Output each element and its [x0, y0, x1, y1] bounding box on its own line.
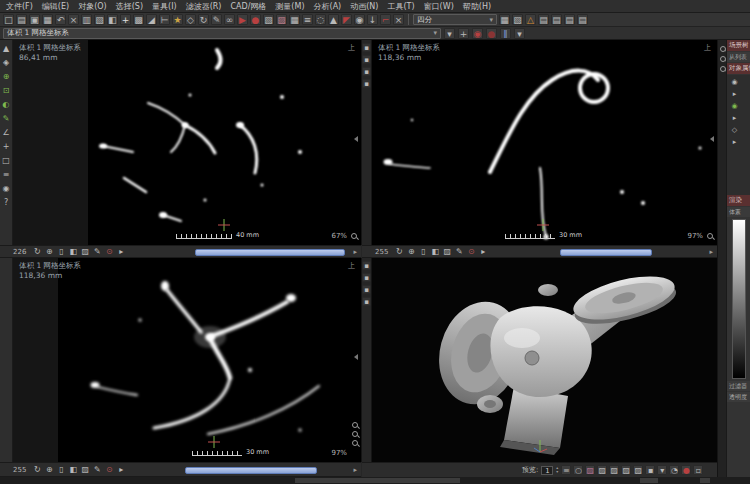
help-icon[interactable]: ?	[1, 198, 11, 208]
angle-tool-icon[interactable]: ∠	[1, 128, 11, 138]
preview-stepper[interactable]: ▴▾	[556, 466, 558, 474]
seg-3-icon[interactable]: ▨	[609, 465, 619, 475]
target-icon[interactable]: ⊕	[44, 247, 54, 257]
slice-scrollbar[interactable]	[560, 249, 652, 256]
half-tone-icon[interactable]: ◧	[68, 247, 78, 257]
menu-item-8[interactable]: 分析(A)	[314, 1, 342, 12]
record-red-dim-icon[interactable]: ●	[486, 28, 497, 39]
menu-item-3[interactable]: 选择(S)	[116, 1, 143, 12]
viewport-top-right[interactable]: 30 mm 上 体积 1 网格坐标系 118,36 mm 97%	[372, 40, 717, 245]
clipping-box-icon[interactable]: ▩	[133, 14, 144, 25]
tree-node-icon[interactable]: ▸	[730, 90, 739, 99]
gear-icon[interactable]: ◉	[354, 14, 365, 25]
viewport-bottom-left[interactable]: 30 mm 上 体积 1 网格坐标系 118,36 mm 97%	[13, 258, 361, 462]
lasso-tool-icon[interactable]: ◌	[315, 14, 326, 25]
layer-list-icon[interactable]: ≡	[561, 465, 571, 475]
slice-canvas-top-left[interactable]: 40 mm 上	[88, 40, 361, 245]
target-icon[interactable]: ⊕	[44, 465, 54, 475]
red-marker-icon[interactable]: ◤	[341, 14, 352, 25]
undo-icon[interactable]: ↶	[55, 14, 66, 25]
slice-scrollbar[interactable]	[195, 249, 345, 256]
report-2-icon[interactable]: ▤	[551, 14, 562, 25]
viewport-divider-top[interactable]: ▪▪▪▪	[361, 40, 372, 245]
annotation-icon[interactable]: ◇	[185, 14, 196, 25]
red-dot-icon[interactable]: ⊙	[466, 247, 476, 257]
divider-handle-3-icon[interactable]: ▪	[362, 67, 371, 76]
half-tone-icon[interactable]: ◧	[430, 247, 440, 257]
tree-eye-icon[interactable]: ◉	[730, 78, 739, 87]
divider-handle-1-icon[interactable]: ▪	[362, 261, 371, 270]
taskbar-item[interactable]	[295, 478, 460, 483]
save-icon[interactable]: ▣	[29, 14, 40, 25]
tree-item2-icon[interactable]: ▸	[730, 138, 739, 147]
more-tools-icon[interactable]: ▸	[116, 247, 126, 257]
voxel-row[interactable]: 体素	[727, 207, 750, 217]
register-object-icon[interactable]: ◧	[107, 14, 118, 25]
ghost-box-icon[interactable]: ▫	[693, 465, 703, 475]
report-4-icon[interactable]: ▤	[577, 14, 588, 25]
red-dot-icon[interactable]: ⊙	[104, 465, 114, 475]
menu-item-1[interactable]: 编辑(E)	[42, 1, 69, 12]
taskbar-item[interactable]	[640, 478, 658, 483]
os-taskbar[interactable]	[0, 477, 750, 484]
add-object-icon[interactable]: +	[120, 14, 131, 25]
segmentation-icon[interactable]: ▨	[276, 14, 287, 25]
save-all-icon[interactable]: ▦	[42, 14, 53, 25]
menu-item-7[interactable]: 测量(M)	[275, 1, 304, 12]
menu-item-12[interactable]: 帮助(H)	[463, 1, 491, 12]
more-tools-icon[interactable]: ▸	[116, 465, 126, 475]
copy-icon[interactable]: ▥	[81, 14, 92, 25]
circle-tool-icon[interactable]: ○	[573, 465, 583, 475]
slice-canvas-top-right[interactable]: 30 mm 上	[372, 40, 717, 245]
layers-icon[interactable]: ≡	[1, 170, 11, 180]
link-tool-icon[interactable]: ∞	[224, 14, 235, 25]
divider-handle-4-icon[interactable]: ▪	[362, 297, 371, 306]
combo-extra-icon[interactable]: ▾	[444, 28, 455, 39]
drop-down-icon[interactable]: ▾	[657, 465, 667, 475]
open-project-icon[interactable]: ▤	[16, 14, 27, 25]
refresh-icon[interactable]: ↻	[32, 465, 42, 475]
frame-icon[interactable]: ▯	[56, 465, 66, 475]
menu-item-0[interactable]: 文件(F)	[6, 1, 33, 12]
scroll-right-arrow[interactable]: ▸	[353, 466, 357, 474]
measure-wedge-icon[interactable]: ◢	[146, 14, 157, 25]
menu-item-6[interactable]: CAD/网格	[230, 1, 266, 12]
annotate-pen-icon[interactable]: ✎	[92, 247, 102, 257]
draw-green-icon[interactable]: ✎	[1, 114, 11, 124]
list-tool-icon[interactable]: ≡	[302, 14, 313, 25]
sphere-tool-icon[interactable]: ◉	[1, 184, 11, 194]
dot-icon[interactable]: ▪	[645, 465, 655, 475]
from-list-row[interactable]: 从列表	[727, 52, 750, 62]
layout-combo[interactable]: 四分 ▾	[413, 14, 497, 25]
divider-handle-4-icon[interactable]: ▪	[362, 79, 371, 88]
render-header[interactable]: 渲染	[727, 195, 750, 206]
warning-triangle-icon[interactable]: △	[525, 14, 536, 25]
grid-tool-icon[interactable]: ▦	[289, 14, 300, 25]
scene-tree-list[interactable]: ◉▸◉▸◇▸	[727, 75, 750, 195]
board-icon[interactable]: ▧	[263, 14, 274, 25]
frame-icon[interactable]: ▯	[56, 247, 66, 257]
opacity-button[interactable]: 透明度	[727, 392, 750, 402]
menu-item-9[interactable]: 动画(N)	[350, 1, 378, 12]
divider-handle-3-icon[interactable]: ▪	[362, 285, 371, 294]
seg-pink-icon[interactable]: ▨	[585, 465, 595, 475]
refresh-icon[interactable]: ↻	[394, 247, 404, 257]
menu-item-4[interactable]: 量具(I)	[152, 1, 177, 12]
object-properties-header[interactable]: 对象属性	[727, 63, 750, 74]
pan-icon[interactable]: ◈	[1, 58, 11, 68]
seg-5-icon[interactable]: ▨	[633, 465, 643, 475]
zoom-in-icon[interactable]	[352, 422, 358, 428]
seg-2-icon[interactable]: ▨	[597, 465, 607, 475]
note-icon[interactable]: ▧	[512, 14, 523, 25]
slice-scrollbar[interactable]	[185, 467, 317, 474]
crosshair-icon[interactable]: +	[1, 142, 11, 152]
menu-item-2[interactable]: 对象(O)	[78, 1, 107, 12]
zoom-fit-green-icon[interactable]: ⊡	[1, 86, 11, 96]
paste-icon[interactable]: ▧	[94, 14, 105, 25]
report-3-icon[interactable]: ▤	[564, 14, 575, 25]
pause-blue-icon[interactable]: ‖	[500, 28, 511, 39]
new-project-icon[interactable]: □	[3, 14, 14, 25]
target-icon[interactable]: ⊕	[406, 247, 416, 257]
record-sphere-icon[interactable]: ●	[250, 14, 261, 25]
dim-x-icon[interactable]: ×	[393, 14, 404, 25]
